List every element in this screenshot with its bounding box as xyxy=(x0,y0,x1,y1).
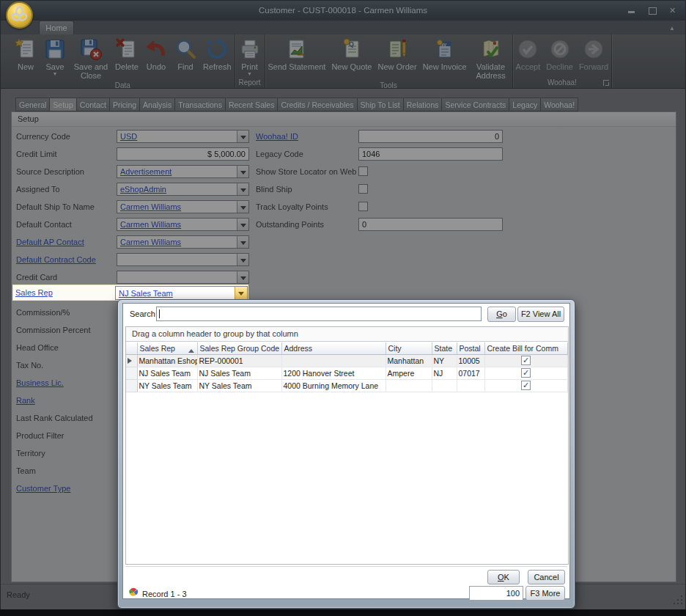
field-default-ap-contact[interactable]: Carmen Williams xyxy=(117,235,249,249)
grid-row[interactable]: Manhattan EshopREP-000001ManhattanNY1000… xyxy=(126,354,567,367)
grid-cell[interactable] xyxy=(281,354,386,367)
field-value[interactable]: Carmen Williams xyxy=(120,238,181,246)
checkbox-checked-icon[interactable]: ✓ xyxy=(521,368,531,378)
grid-cell[interactable]: NJ Sales Team xyxy=(137,367,197,379)
cancel-button[interactable]: Cancel xyxy=(528,570,565,584)
grid-cell[interactable]: 10005 xyxy=(457,354,484,367)
grid-cell-create-bill[interactable]: ✓ xyxy=(484,367,567,379)
grid-cell[interactable] xyxy=(386,379,432,392)
tab-recent-sales[interactable]: Recent Sales xyxy=(225,98,277,111)
field-value[interactable]: USD xyxy=(120,132,137,141)
checkbox-checked-icon[interactable]: ✓ xyxy=(521,381,531,390)
sales-rep-field[interactable]: NJ Sales Team xyxy=(115,286,248,300)
field-label-woohaa-id[interactable]: Woohaa! ID xyxy=(256,132,298,141)
print-button[interactable]: Print▾ xyxy=(235,37,265,77)
view-all-button[interactable]: F2 View All xyxy=(517,307,564,322)
ok-button[interactable]: OK xyxy=(487,570,520,584)
new-button[interactable]: New xyxy=(11,37,40,72)
group-by-bar[interactable]: Drag a column header to group by that co… xyxy=(126,327,568,342)
validate-address-button[interactable]: Validate Address xyxy=(470,37,512,81)
tab-analysis[interactable]: Analysis xyxy=(139,98,174,111)
accept-button[interactable]: Accept xyxy=(513,37,544,72)
decline-button[interactable]: Decline xyxy=(543,37,576,72)
tab-general[interactable]: General xyxy=(15,98,49,111)
sales-rep-label[interactable]: Sales Rep xyxy=(15,288,53,297)
checkbox-track-loyalty-points[interactable] xyxy=(358,202,368,211)
checkbox-blind-ship[interactable] xyxy=(358,184,368,194)
save-and-close-button[interactable]: Save and Close xyxy=(70,37,112,81)
tab-relations[interactable]: Relations xyxy=(403,98,442,111)
dropdown-button[interactable] xyxy=(237,131,248,142)
field-default-contract-code[interactable] xyxy=(117,253,249,266)
field-value[interactable]: Advertisement xyxy=(120,167,172,176)
ribbon-tab-home[interactable]: Home xyxy=(39,21,74,34)
grid-cell[interactable]: 07017 xyxy=(457,367,484,379)
sales-rep-row-highlight[interactable]: Sales Rep NJ Sales Team xyxy=(12,285,248,301)
grid-cell[interactable]: NY Sales Team xyxy=(137,379,197,392)
grid-cell[interactable]: 4000 Burning Memory Lane xyxy=(281,379,386,392)
grid-cell[interactable]: NJ Sales Team xyxy=(197,367,281,379)
grid-row[interactable]: NY Sales TeamNY Sales Team4000 Burning M… xyxy=(126,379,567,392)
grid-cell[interactable]: NY xyxy=(432,354,457,367)
save-button[interactable]: Save▾ xyxy=(40,37,70,77)
field-source-description[interactable]: Advertisement xyxy=(117,165,249,178)
field-label-default-ap-contact[interactable]: Default AP Contact xyxy=(16,238,84,246)
column-header-postal[interactable]: Postal xyxy=(457,342,484,354)
grid-cell[interactable]: REP-000001 xyxy=(197,354,281,367)
grid-row[interactable]: NJ Sales TeamNJ Sales Team1200 Hanover S… xyxy=(126,367,567,379)
column-header-create-bill-for-comm[interactable]: Create Bill for Comm xyxy=(484,342,567,354)
send-statement-button[interactable]: Send Statement xyxy=(265,37,329,72)
tab-service-contracts[interactable]: Service Contracts xyxy=(441,98,509,111)
dropdown-button[interactable] xyxy=(237,201,248,213)
tab-ship-to-list[interactable]: Ship To List xyxy=(357,98,403,111)
field-label-default-contract-code[interactable]: Default Contract Code xyxy=(16,255,96,264)
new-order-button[interactable]: New Order xyxy=(375,37,419,72)
delete-button[interactable]: Delete xyxy=(112,37,141,72)
new-quote-button[interactable]: QNew Quote xyxy=(328,37,375,72)
resize-grip[interactable] xyxy=(672,594,682,604)
tab-transactions[interactable]: Transactions xyxy=(174,98,225,111)
tab-pricing[interactable]: Pricing xyxy=(109,98,139,111)
field-value[interactable]: eShopAdmin xyxy=(120,185,166,194)
field-credit-card[interactable] xyxy=(117,271,249,284)
checkbox-checked-icon[interactable]: ✓ xyxy=(521,356,531,365)
dropdown-button[interactable] xyxy=(237,254,248,265)
field-assigned-to[interactable]: eShopAdmin xyxy=(117,183,249,196)
grid-cell[interactable]: NY Sales Team xyxy=(197,379,281,392)
tab-woohaa-[interactable]: Woohaa! xyxy=(540,98,578,111)
go-button[interactable]: Go xyxy=(487,307,516,322)
tab-contact[interactable]: Contact xyxy=(76,98,109,111)
undo-button[interactable]: Undo xyxy=(141,37,171,72)
column-header-city[interactable]: City xyxy=(386,342,432,354)
close-button[interactable]: ✕ xyxy=(668,7,676,15)
refresh-button[interactable]: Refresh xyxy=(200,37,235,72)
dropdown-button[interactable] xyxy=(237,166,248,177)
sales-rep-dropdown-button[interactable] xyxy=(235,287,247,299)
field-legacy-code[interactable]: 1046 xyxy=(358,147,503,161)
column-header-address[interactable]: Address xyxy=(281,342,386,354)
sales-rep-value[interactable]: NJ Sales Team xyxy=(119,289,173,298)
grid-cell[interactable]: NJ xyxy=(432,367,457,379)
grid-cell[interactable] xyxy=(457,379,484,392)
field-default-ship-to-name[interactable]: Carmen Williams xyxy=(117,200,249,213)
field-currency-code[interactable]: USD xyxy=(117,130,249,143)
grid-cell[interactable]: Manhattan xyxy=(386,354,432,367)
restore-button[interactable] xyxy=(648,7,656,15)
field-label-business-lic-[interactable]: Business Lic. xyxy=(16,378,64,387)
grid-cell-create-bill[interactable]: ✓ xyxy=(484,354,567,367)
grid-cell[interactable]: Manhattan Eshop xyxy=(137,354,197,367)
column-header-sales-rep-group-code[interactable]: Sales Rep Group Code xyxy=(197,342,281,354)
dropdown-arrow-icon[interactable]: ▾ xyxy=(54,71,56,76)
forward-button[interactable]: Forward xyxy=(576,37,611,72)
dialog-launcher-icon[interactable] xyxy=(603,80,609,86)
field-credit-limit[interactable]: $ 5,000.00 xyxy=(117,147,249,161)
grid-cell[interactable]: 1200 Hanover Street xyxy=(281,367,386,379)
column-header-sales-rep[interactable]: Sales Rep xyxy=(137,342,197,354)
new-invoice-button[interactable]: NVNew Invoice xyxy=(420,37,470,72)
field-woohaa-id[interactable]: 0 xyxy=(358,130,503,143)
dropdown-button[interactable] xyxy=(237,236,248,248)
grid-cell[interactable] xyxy=(432,379,457,392)
grid-cell-create-bill[interactable]: ✓ xyxy=(484,379,567,392)
dropdown-arrow-icon[interactable]: ▾ xyxy=(248,71,251,76)
tab-setup[interactable]: Setup xyxy=(49,98,75,111)
